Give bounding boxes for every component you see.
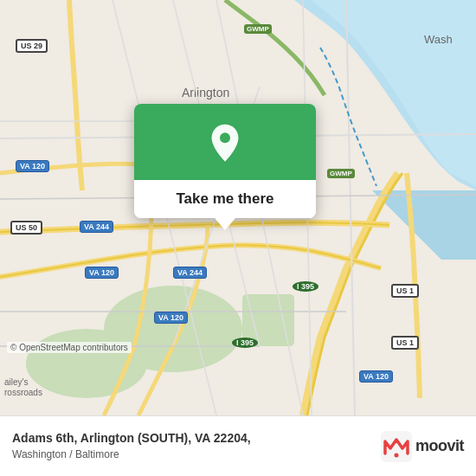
take-me-there-button[interactable]: Take me there xyxy=(134,180,316,218)
moovit-icon xyxy=(381,431,412,462)
svg-text:Arlington: Arlington xyxy=(182,86,229,100)
svg-point-21 xyxy=(394,453,398,457)
address-text: Adams 6th, Arlington (SOUTH), VA 22204, … xyxy=(12,430,372,461)
map-container: Arlington Wash ailey's rossroads US 29 G… xyxy=(0,0,476,415)
bottom-bar: Adams 6th, Arlington (SOUTH), VA 22204, … xyxy=(0,415,476,476)
badge-va120-4: VA 120 xyxy=(359,370,393,383)
badge-us1-1: US 1 xyxy=(391,284,419,298)
popup-triangle xyxy=(215,218,235,230)
address-line2: Washington / Baltimore xyxy=(12,447,372,462)
osm-credit: © OpenStreetMap contributors xyxy=(7,342,132,353)
badge-us50: US 50 xyxy=(10,221,42,235)
svg-text:Wash: Wash xyxy=(424,33,453,46)
svg-point-19 xyxy=(220,132,230,143)
svg-text:rossroads: rossroads xyxy=(4,388,42,397)
svg-text:ailey's: ailey's xyxy=(4,377,28,387)
popup-green-area xyxy=(134,104,316,180)
badge-gwmp1: GWMP xyxy=(244,24,272,34)
badge-i395-2: I 395 xyxy=(232,338,258,348)
badge-us1-2: US 1 xyxy=(391,336,419,350)
badge-va244-1: VA 244 xyxy=(80,221,113,233)
badge-va120-2: VA 120 xyxy=(85,267,119,279)
moovit-name: moovit xyxy=(415,437,464,455)
badge-va120-3: VA 120 xyxy=(154,312,188,324)
badge-i395-1: I 395 xyxy=(293,281,318,292)
badge-va244-2: VA 244 xyxy=(173,267,207,279)
popup: Take me there xyxy=(134,104,316,218)
address-line1: Adams 6th, Arlington (SOUTH), VA 22204, xyxy=(12,430,372,447)
badge-gwmp2: GWMP xyxy=(327,169,355,178)
badge-us29: US 29 xyxy=(16,39,48,53)
badge-va120-1: VA 120 xyxy=(16,160,49,172)
moovit-logo: moovit xyxy=(381,431,464,462)
location-pin-icon xyxy=(204,123,246,164)
